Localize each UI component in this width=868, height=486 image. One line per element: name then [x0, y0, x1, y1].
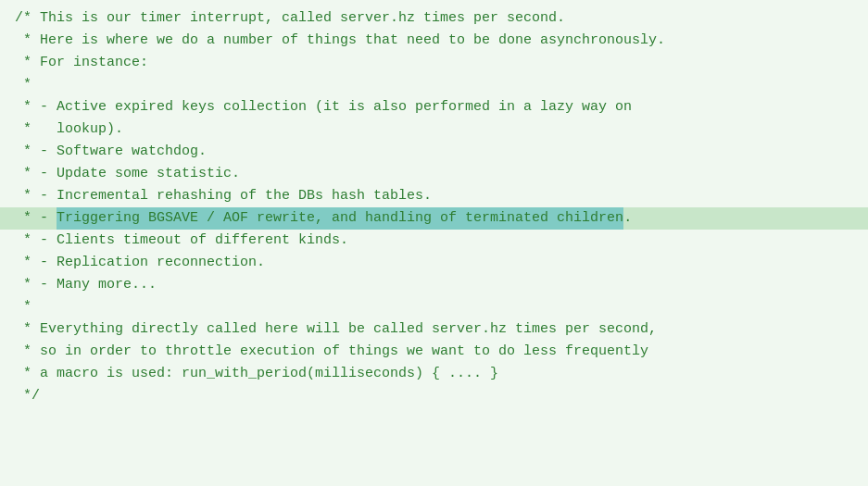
- code-line: *: [0, 296, 868, 318]
- code-line: * lookup).: [0, 118, 868, 141]
- code-text: * - Incremental rehashing of the DBs has…: [15, 185, 432, 207]
- code-text-after: .: [623, 207, 632, 230]
- code-text: * - Update some statistic.: [15, 163, 240, 185]
- code-text: *: [15, 74, 31, 96]
- code-line: * - Update some statistic.: [0, 163, 868, 185]
- code-line: * a macro is used: run_with_period(milli…: [0, 363, 868, 385]
- code-line: * Here is where we do a number of things…: [0, 30, 868, 52]
- code-line: *: [0, 74, 868, 96]
- code-text: * so in order to throttle execution of t…: [15, 341, 648, 363]
- code-line: * - Incremental rehashing of the DBs has…: [0, 185, 868, 207]
- code-line: * - Many more...: [0, 274, 868, 296]
- code-line: * - Clients timeout of different kinds.: [0, 230, 868, 252]
- code-line: * - Active expired keys collection (it i…: [0, 96, 868, 118]
- code-text: * - Clients timeout of different kinds.: [15, 230, 348, 252]
- code-line: */: [0, 385, 868, 407]
- code-line: * so in order to throttle execution of t…: [0, 341, 868, 363]
- code-text: * a macro is used: run_with_period(milli…: [15, 363, 498, 385]
- code-container: /* This is our timer interrupt, called s…: [0, 0, 868, 486]
- code-text: * Everything directly called here will b…: [15, 318, 657, 341]
- highlighted-text: Triggering BGSAVE / AOF rewrite, and han…: [57, 207, 623, 230]
- code-text: * Here is where we do a number of things…: [15, 30, 665, 52]
- code-line: /* This is our timer interrupt, called s…: [0, 7, 868, 30]
- code-line: * - Replication reconnection.: [0, 252, 868, 274]
- code-text: * - Active expired keys collection (it i…: [15, 96, 632, 118]
- code-text: * - Replication reconnection.: [15, 252, 265, 274]
- code-text: * - Many more...: [15, 274, 157, 296]
- code-text: * lookup).: [15, 118, 123, 141]
- code-line: * For instance:: [0, 52, 868, 74]
- code-text: * - Software watchdog.: [15, 141, 207, 163]
- code-text: */: [15, 385, 40, 407]
- code-text: * -: [15, 207, 57, 230]
- code-line: * - Triggering BGSAVE / AOF rewrite, and…: [0, 207, 868, 230]
- code-text: *: [15, 296, 31, 318]
- code-text: /* This is our timer interrupt, called s…: [15, 7, 565, 30]
- code-line: * - Software watchdog.: [0, 141, 868, 163]
- code-line: * Everything directly called here will b…: [0, 318, 868, 341]
- code-text: * For instance:: [15, 52, 148, 74]
